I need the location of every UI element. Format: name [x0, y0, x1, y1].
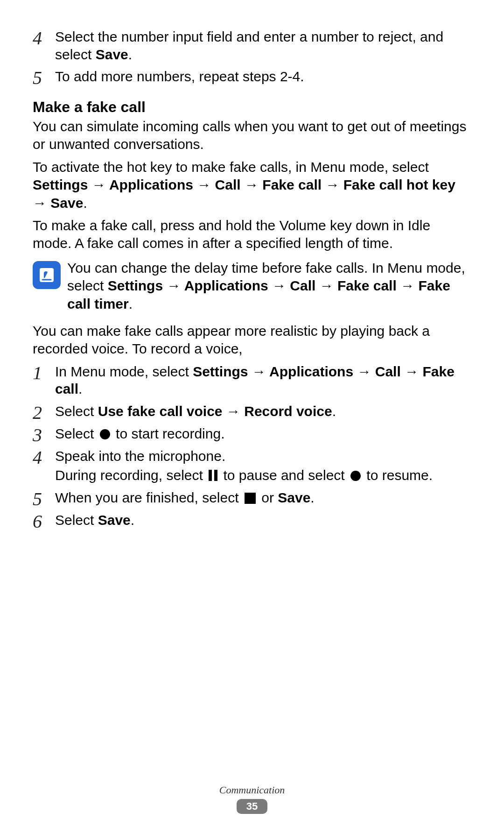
step-paragraph: In Menu mode, select Settings → Applicat… — [55, 363, 471, 398]
bold-text: Applications — [109, 177, 193, 192]
step-body: Speak into the microphone.During recordi… — [55, 447, 471, 486]
bold-text: Save — [98, 512, 131, 528]
bold-text: → — [163, 278, 184, 293]
bold-text: Save — [96, 47, 128, 62]
step-paragraph: Select to start recording. — [55, 425, 471, 443]
numbered-steps-list: 1In Menu mode, select Settings → Applica… — [33, 363, 471, 531]
step-number: 5 — [33, 489, 55, 509]
step-number: 4 — [33, 447, 55, 467]
list-item: 4Speak into the microphone.During record… — [33, 447, 471, 486]
note-body: You can change the delay time before fak… — [67, 259, 471, 313]
stop-icon — [245, 493, 256, 504]
bold-text: Use fake call voice — [98, 403, 223, 419]
note-callout: You can change the delay time before fak… — [33, 259, 471, 313]
bold-text: Settings — [193, 364, 248, 379]
paragraph: You can simulate incoming calls when you… — [33, 118, 471, 154]
step-body: Select to start recording. — [55, 425, 471, 445]
list-item: 3Select to start recording. — [33, 425, 471, 445]
step-number: 2 — [33, 403, 55, 422]
page: 4Select the number input field and enter… — [0, 0, 504, 827]
list-item: 5When you are finished, select or Save. — [33, 489, 471, 509]
bold-text: → — [322, 177, 343, 192]
step-number: 5 — [33, 68, 55, 87]
record-icon — [350, 471, 361, 481]
footer-section-label: Communication — [0, 784, 504, 796]
bold-text: → — [33, 195, 50, 211]
pause-icon — [209, 467, 217, 479]
bold-text: Fake call hot key — [343, 177, 455, 192]
bold-text: Applications — [269, 364, 353, 379]
step-body: To add more numbers, repeat steps 2-4. — [55, 68, 471, 87]
bold-text: Save — [278, 490, 310, 505]
step-number: 3 — [33, 425, 55, 445]
note-icon — [33, 261, 61, 289]
bold-text: → — [401, 364, 423, 379]
bold-text: → — [397, 278, 419, 293]
paragraph: To make a fake call, press and hold the … — [33, 217, 471, 253]
step-body: In Menu mode, select Settings → Applicat… — [55, 363, 471, 400]
bold-text: → — [241, 177, 263, 192]
bold-text: Save — [50, 195, 83, 211]
step-body: Select Save. — [55, 511, 471, 531]
bold-text: Fake call — [262, 177, 322, 192]
bold-text: Call — [375, 364, 401, 379]
paragraph: You can make fake calls appear more real… — [33, 322, 471, 358]
list-item: 6Select Save. — [33, 511, 471, 531]
page-footer: Communication 35 — [0, 784, 504, 814]
step-paragraph: Select the number input field and enter … — [55, 28, 471, 63]
bold-text: Applications — [184, 278, 268, 293]
list-item: 4Select the number input field and enter… — [33, 28, 471, 65]
list-item: 1In Menu mode, select Settings → Applica… — [33, 363, 471, 400]
bold-text: Fake call — [337, 278, 397, 293]
step-body: When you are finished, select or Save. — [55, 489, 471, 509]
step-paragraph: Speak into the microphone. — [55, 447, 471, 465]
bold-text: → — [268, 278, 290, 293]
record-icon — [100, 429, 110, 439]
bold-text: → — [193, 177, 215, 192]
step-number: 6 — [33, 511, 55, 531]
paragraph: To activate the hot key to make fake cal… — [33, 158, 471, 212]
section-heading: Make a fake call — [33, 99, 471, 116]
bold-text: → — [353, 364, 375, 379]
bold-text: Call — [290, 278, 315, 293]
bold-text: Settings — [108, 278, 163, 293]
bold-text: Call — [215, 177, 241, 192]
continued-steps-list: 4Select the number input field and enter… — [33, 28, 471, 87]
step-paragraph: Select Save. — [55, 511, 471, 529]
list-item: 2Select Use fake call voice → Record voi… — [33, 403, 471, 422]
step-paragraph: Select Use fake call voice → Record voic… — [55, 403, 471, 420]
step-paragraph: During recording, select to pause and se… — [55, 467, 471, 484]
bold-text: → — [315, 278, 337, 293]
step-number: 1 — [33, 363, 55, 382]
bold-text: Record voice — [244, 403, 332, 419]
bold-text: → — [223, 403, 245, 419]
bold-text: Settings — [33, 177, 88, 192]
bold-text: → — [248, 364, 270, 379]
bold-text: → — [88, 177, 109, 192]
section-paragraphs: You can simulate incoming calls when you… — [33, 118, 471, 253]
list-item: 5To add more numbers, repeat steps 2-4. — [33, 68, 471, 87]
step-number: 4 — [33, 28, 55, 48]
step-body: Select the number input field and enter … — [55, 28, 471, 65]
step-paragraph: To add more numbers, repeat steps 2-4. — [55, 68, 471, 85]
step-body: Select Use fake call voice → Record voic… — [55, 403, 471, 422]
page-number-badge: 35 — [237, 799, 267, 814]
step-paragraph: When you are finished, select or Save. — [55, 489, 471, 507]
